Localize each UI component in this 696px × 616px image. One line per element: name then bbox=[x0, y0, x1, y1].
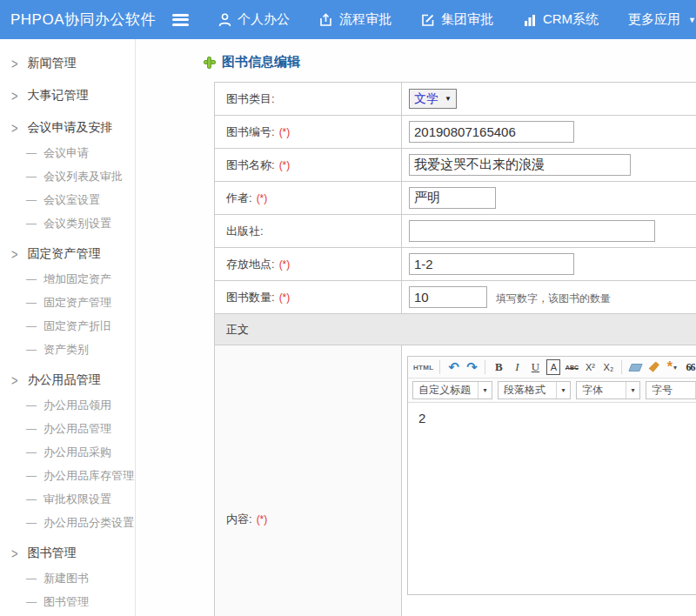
location-label: 存放地点: bbox=[226, 258, 275, 271]
eraser-icon[interactable] bbox=[628, 359, 642, 375]
sidebar-item-meeting-mgmt[interactable]: >会议申请及安排 bbox=[0, 115, 135, 141]
sidebar-item-book-manage[interactable]: —图书管理 bbox=[0, 590, 135, 613]
underline-button[interactable]: U bbox=[528, 359, 542, 375]
dash-icon: — bbox=[26, 320, 37, 332]
editor-toolbar-row2: 自定义标题 ▾ 段落格式 ▾ 字体 ▾ bbox=[408, 378, 696, 403]
sidebar-item-approval-permission[interactable]: —审批权限设置 bbox=[0, 487, 135, 511]
nav-item-more-apps[interactable]: 更多应用 ▼ bbox=[628, 11, 696, 28]
page-title-text: 图书信息编辑 bbox=[222, 54, 300, 70]
green-plus-icon bbox=[204, 57, 216, 69]
required-mark: (*) bbox=[279, 159, 291, 171]
nav-item-personal-office[interactable]: 个人办公 bbox=[218, 11, 290, 28]
sidebar-item-events-mgmt[interactable]: >大事记管理 bbox=[0, 83, 135, 109]
book-name-input[interactable] bbox=[409, 154, 631, 176]
book-name-label: 图书名称: bbox=[226, 158, 275, 171]
paragraph-format-dropdown[interactable]: 段落格式 ▾ bbox=[498, 381, 571, 399]
hamburger-menu-icon[interactable] bbox=[172, 14, 189, 26]
app-header: PHPOA协同办公软件 个人办公 流程审批 集团审批 CRM系统 更多应用 ▼ bbox=[0, 0, 696, 39]
redo-icon[interactable]: ↷ bbox=[465, 359, 478, 375]
sidebar-item-book-mgmt[interactable]: >图书管理 bbox=[0, 540, 135, 566]
book-edit-form: 图书类目: 文学 ▼ 图书编号:(*) 图书名称:(*) 作者:(*) bbox=[214, 82, 696, 616]
category-label: 图书类目: bbox=[226, 92, 275, 105]
html-source-button[interactable]: HTML bbox=[413, 359, 433, 375]
sidebar-item-supplies-category[interactable]: —办公用品分类设置 bbox=[0, 511, 135, 534]
dash-icon: — bbox=[26, 194, 37, 206]
edit-icon bbox=[421, 13, 435, 27]
font-family-dropdown[interactable]: 字体 ▾ bbox=[576, 381, 640, 399]
quantity-input[interactable] bbox=[409, 286, 487, 308]
author-input[interactable] bbox=[409, 187, 496, 209]
sidebar-item-supplies-mgmt[interactable]: >办公用品管理 bbox=[0, 367, 135, 393]
quantity-label: 图书数量: bbox=[226, 291, 275, 304]
format-brush-icon[interactable] bbox=[646, 359, 660, 375]
blockquote-button[interactable]: 66 bbox=[683, 359, 696, 375]
sidebar-item-book-new[interactable]: —新建图书 bbox=[0, 566, 135, 590]
page-title: 图书信息编辑 bbox=[136, 39, 696, 82]
toolbar-separator bbox=[485, 360, 485, 374]
dash-icon: — bbox=[26, 596, 37, 608]
dash-icon: — bbox=[26, 399, 37, 412]
bar-chart-icon bbox=[523, 13, 537, 27]
sidebar-item-supplies-purchase[interactable]: —办公用品采购 bbox=[0, 440, 135, 464]
chevron-right-icon: > bbox=[11, 372, 18, 389]
body-section-label: 正文 bbox=[215, 314, 696, 345]
font-size-dropdown[interactable]: 字号 ▾ bbox=[646, 381, 696, 399]
autotypeset-icon[interactable]: *▾ bbox=[665, 359, 679, 375]
sidebar-item-supplies-manage[interactable]: —办公用品管理 bbox=[0, 417, 135, 440]
dash-icon: — bbox=[26, 297, 37, 309]
rich-text-editor: HTML ↶ ↷ B I U A ABC X² X₂ bbox=[407, 356, 696, 595]
dash-icon: — bbox=[26, 344, 37, 356]
sidebar-item-meeting-room[interactable]: —会议室设置 bbox=[0, 188, 135, 211]
sidebar-item-supplies-claim[interactable]: —办公用品领用 bbox=[0, 393, 135, 417]
author-label: 作者: bbox=[226, 191, 252, 204]
dash-icon: — bbox=[26, 273, 37, 285]
dash-icon: — bbox=[26, 218, 37, 230]
subscript-button[interactable]: X₂ bbox=[601, 359, 615, 375]
dash-icon: — bbox=[26, 446, 37, 459]
sidebar-item-meeting-list[interactable]: —会议列表及审批 bbox=[0, 164, 135, 188]
user-icon bbox=[218, 13, 231, 27]
dropdown-caret-icon: ▾ bbox=[673, 364, 677, 372]
editor-content-area[interactable]: 2 bbox=[408, 403, 696, 594]
toolbar-separator bbox=[621, 360, 622, 374]
required-mark: (*) bbox=[257, 513, 268, 526]
location-input[interactable] bbox=[409, 253, 574, 275]
superscript-button[interactable]: X² bbox=[583, 359, 597, 375]
sidebar-nav: >新闻管理 >大事记管理 >会议申请及安排 —会议申请 —会议列表及审批 —会议… bbox=[0, 39, 136, 616]
required-mark: (*) bbox=[279, 291, 291, 304]
toolbar-separator bbox=[439, 360, 440, 374]
undo-icon[interactable]: ↶ bbox=[446, 359, 460, 375]
sidebar-item-asset-depreciation[interactable]: —固定资产折旧 bbox=[0, 314, 135, 338]
form-section-body: 正文 bbox=[215, 314, 696, 345]
publisher-input[interactable] bbox=[409, 220, 655, 242]
dash-icon: — bbox=[26, 423, 37, 435]
publisher-label: 出版社: bbox=[226, 224, 264, 238]
dash-icon: — bbox=[26, 572, 37, 585]
sidebar-item-supplies-inventory[interactable]: —办公用品库存管理 bbox=[0, 464, 135, 487]
dropdown-caret-icon: ▾ bbox=[556, 382, 570, 398]
sidebar-item-asset-mgmt[interactable]: >固定资产管理 bbox=[0, 241, 135, 267]
form-row-location: 存放地点:(*) bbox=[215, 248, 696, 281]
font-color-button[interactable]: A bbox=[546, 359, 560, 375]
caret-down-icon: ▼ bbox=[688, 16, 696, 24]
sidebar-item-asset-add[interactable]: —增加固定资产 bbox=[0, 267, 135, 291]
quantity-hint: 填写数字，该图书的数量 bbox=[496, 292, 611, 305]
bold-button[interactable]: B bbox=[492, 359, 505, 375]
dash-icon: — bbox=[26, 493, 37, 506]
custom-title-dropdown[interactable]: 自定义标题 ▾ bbox=[412, 381, 492, 399]
sidebar-item-news-mgmt[interactable]: >新闻管理 bbox=[0, 50, 135, 77]
sidebar-item-asset-manage[interactable]: —固定资产管理 bbox=[0, 291, 135, 314]
dash-icon: — bbox=[26, 517, 37, 529]
strikethrough-button[interactable]: ABC bbox=[565, 359, 579, 375]
form-row-author: 作者:(*) bbox=[215, 182, 696, 215]
nav-item-crm[interactable]: CRM系统 bbox=[523, 11, 599, 28]
form-row-book-no: 图书编号:(*) bbox=[215, 116, 696, 149]
category-select[interactable]: 文学 ▼ bbox=[409, 89, 457, 109]
nav-item-group-approval[interactable]: 集团审批 bbox=[421, 11, 493, 28]
book-no-input[interactable] bbox=[409, 121, 574, 143]
italic-button[interactable]: I bbox=[510, 359, 524, 375]
sidebar-item-asset-category[interactable]: —资产类别 bbox=[0, 338, 135, 361]
nav-item-workflow-approval[interactable]: 流程审批 bbox=[319, 11, 392, 28]
sidebar-item-meeting-category[interactable]: —会议类别设置 bbox=[0, 211, 135, 235]
sidebar-item-meeting-apply[interactable]: —会议申请 bbox=[0, 141, 135, 164]
